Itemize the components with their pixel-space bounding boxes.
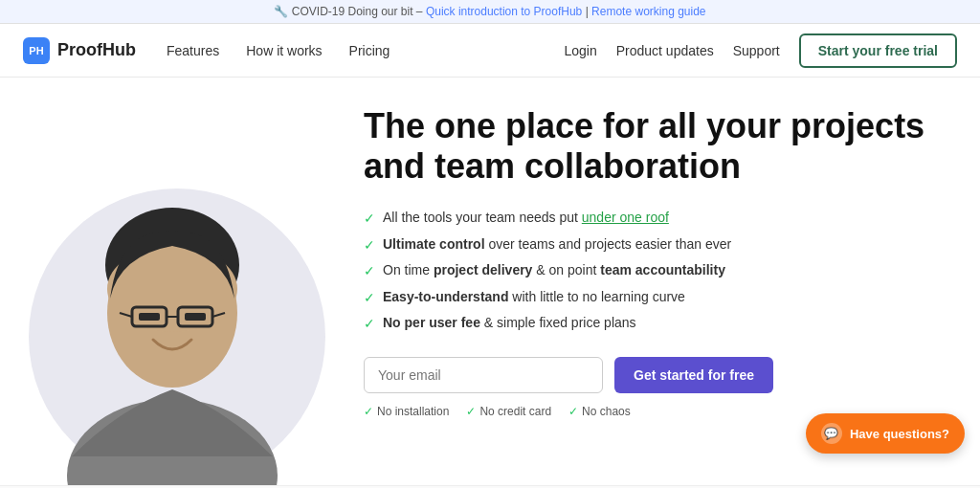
banner-separator: | <box>586 5 589 18</box>
logo-icon: PH <box>23 37 50 64</box>
feature-list: ✓ All the tools your team needs put unde… <box>364 209 942 334</box>
note-label: No chaos <box>582 405 631 418</box>
nav-links: Features How it works Pricing <box>167 43 564 58</box>
get-started-button[interactable]: Get started for free <box>614 357 773 393</box>
check-icon-3: ✓ <box>364 262 375 281</box>
navbar: PH ProofHub Features How it works Pricin… <box>0 24 980 78</box>
chat-label: Have questions? <box>850 427 949 441</box>
note-label: No credit card <box>479 405 551 418</box>
hero-image-area <box>0 78 345 485</box>
form-note-installation: ✓ No installation <box>364 405 449 418</box>
hero-content: The one place for all your projects and … <box>345 78 980 437</box>
chat-icon: 💬 <box>821 423 842 444</box>
form-note-credit-card: ✓ No credit card <box>466 405 551 418</box>
banner-link2[interactable]: Remote working guide <box>591 5 705 18</box>
chat-bubble[interactable]: 💬 Have questions? <box>806 413 965 454</box>
email-form: Get started for free <box>364 357 942 393</box>
nav-how-it-works[interactable]: How it works <box>246 43 322 58</box>
top-banner: 🔧 COVID-19 Doing our bit – Quick introdu… <box>0 0 980 24</box>
check-small-icon: ✓ <box>568 405 578 418</box>
check-icon-2: ✓ <box>364 236 375 255</box>
check-icon-5: ✓ <box>364 315 375 334</box>
nav-support[interactable]: Support <box>733 43 780 58</box>
check-small-icon: ✓ <box>364 405 373 418</box>
banner-link1[interactable]: Quick introduction to ProofHub <box>426 5 582 18</box>
check-icon-4: ✓ <box>364 289 375 308</box>
check-icon-1: ✓ <box>364 210 375 229</box>
banner-prefix: 🔧 COVID-19 Doing our bit – <box>274 5 422 18</box>
svg-rect-6 <box>185 313 206 321</box>
email-input[interactable] <box>364 357 603 393</box>
feature-item: ✓ No per user fee & simple fixed price p… <box>364 314 942 334</box>
check-small-icon: ✓ <box>466 405 476 418</box>
nav-product-updates[interactable]: Product updates <box>616 43 714 58</box>
hero-title: The one place for all your projects and … <box>364 106 942 188</box>
feature-item: ✓ Ultimate control over teams and projec… <box>364 235 942 255</box>
nav-right: Login Product updates Support Start your… <box>564 33 957 68</box>
nav-login[interactable]: Login <box>564 43 596 58</box>
logo[interactable]: PH ProofHub <box>23 37 136 64</box>
svg-rect-5 <box>139 313 160 321</box>
feature-item: ✓ Easy-to-understand with little to no l… <box>364 288 942 308</box>
start-trial-button[interactable]: Start your free trial <box>799 33 957 68</box>
person-illustration <box>43 122 301 485</box>
feature-item: ✓ On time project delivery & on point te… <box>364 261 942 281</box>
feature-item: ✓ All the tools your team needs put unde… <box>364 209 942 229</box>
form-note-chaos: ✓ No chaos <box>568 405 631 418</box>
logo-text: ProofHub <box>57 40 136 60</box>
nav-features[interactable]: Features <box>167 43 219 58</box>
note-label: No installation <box>377 405 449 418</box>
nav-pricing[interactable]: Pricing <box>349 43 390 58</box>
